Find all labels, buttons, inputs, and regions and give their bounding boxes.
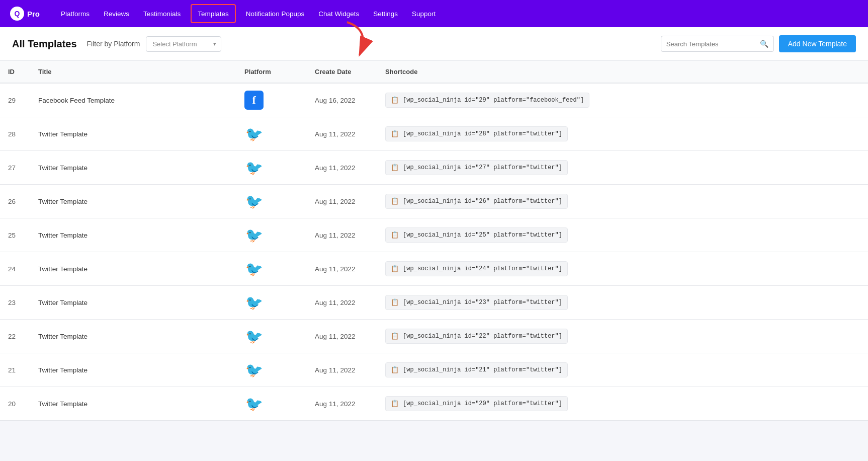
shortcode-wrapper[interactable]: 📋 [wp_social_ninja id="29" platform="fac… xyxy=(385,93,589,108)
col-id: ID xyxy=(0,61,30,83)
twitter-icon: 🐦 xyxy=(244,327,264,346)
nav-reviews[interactable]: Reviews xyxy=(97,0,136,27)
cell-shortcode: 📋 [wp_social_ninja id="26" platform="twi… xyxy=(377,185,868,218)
twitter-icon: 🐦 xyxy=(244,394,264,413)
shortcode-wrapper[interactable]: 📋 [wp_social_ninja id="23" platform="twi… xyxy=(385,295,568,310)
logo-icon: Q xyxy=(10,7,24,21)
cell-platform: 🐦 xyxy=(236,387,307,421)
table-body: 29Facebook Feed TemplatefAug 16, 2022 📋 … xyxy=(0,83,868,421)
cell-shortcode: 📋 [wp_social_ninja id="20" platform="twi… xyxy=(377,387,868,421)
twitter-icon: 🐦 xyxy=(244,259,264,278)
cell-platform: 🐦 xyxy=(236,320,307,353)
page-header: All Templates Filter by Platform Select … xyxy=(0,27,868,61)
cell-title: Twitter Template xyxy=(30,387,236,421)
cell-date: Aug 11, 2022 xyxy=(307,286,377,320)
cell-platform: 🐦 xyxy=(236,353,307,387)
copy-icon[interactable]: 📋 xyxy=(391,96,399,104)
cell-title: Twitter Template xyxy=(30,185,236,218)
col-platform: Platform xyxy=(236,61,307,83)
shortcode-wrapper[interactable]: 📋 [wp_social_ninja id="24" platform="twi… xyxy=(385,261,568,276)
shortcode-text: [wp_social_ninja id="23" platform="twitt… xyxy=(403,299,562,306)
cell-platform: 🐦 xyxy=(236,218,307,252)
cell-platform: 🐦 xyxy=(236,117,307,151)
cell-id: 23 xyxy=(0,286,30,320)
cell-date: Aug 11, 2022 xyxy=(307,151,377,185)
cell-id: 21 xyxy=(0,353,30,387)
twitter-icon: 🐦 xyxy=(244,225,264,245)
cell-shortcode: 📋 [wp_social_ninja id="21" platform="twi… xyxy=(377,353,868,387)
table-row: 24Twitter Template🐦Aug 11, 2022 📋 [wp_so… xyxy=(0,252,868,286)
nav-chat-widgets[interactable]: Chat Widgets xyxy=(311,0,366,27)
copy-icon[interactable]: 📋 xyxy=(391,366,399,374)
cell-date: Aug 11, 2022 xyxy=(307,252,377,286)
copy-icon[interactable]: 📋 xyxy=(391,298,399,306)
cell-shortcode: 📋 [wp_social_ninja id="22" platform="twi… xyxy=(377,320,868,353)
shortcode-wrapper[interactable]: 📋 [wp_social_ninja id="22" platform="twi… xyxy=(385,329,568,344)
nav-testimonials[interactable]: Testimonials xyxy=(136,0,188,27)
add-new-template-button[interactable]: Add New Template xyxy=(779,35,856,52)
shortcode-text: [wp_social_ninja id="25" platform="twitt… xyxy=(403,232,562,239)
logo[interactable]: Q Pro xyxy=(10,7,40,21)
table-row: 25Twitter Template🐦Aug 11, 2022 📋 [wp_so… xyxy=(0,218,868,252)
col-date: Create Date xyxy=(307,61,377,83)
cell-shortcode: 📋 [wp_social_ninja id="25" platform="twi… xyxy=(377,218,868,252)
cell-shortcode: 📋 [wp_social_ninja id="27" platform="twi… xyxy=(377,151,868,185)
shortcode-wrapper[interactable]: 📋 [wp_social_ninja id="25" platform="twi… xyxy=(385,227,568,243)
nav-notification-popups[interactable]: Notification Popups xyxy=(239,0,311,27)
col-title: Title xyxy=(30,61,236,83)
cell-date: Aug 11, 2022 xyxy=(307,320,377,353)
table-row: 20Twitter Template🐦Aug 11, 2022 📋 [wp_so… xyxy=(0,387,868,421)
cell-id: 20 xyxy=(0,387,30,421)
shortcode-wrapper[interactable]: 📋 [wp_social_ninja id="21" platform="twi… xyxy=(385,362,568,377)
search-icon: 🔍 xyxy=(760,40,768,48)
nav-settings[interactable]: Settings xyxy=(366,0,405,27)
cell-title: Twitter Template xyxy=(30,117,236,151)
table-container: ID Title Platform Create Date Shortcode … xyxy=(0,61,868,421)
cell-title: Facebook Feed Template xyxy=(30,83,236,117)
cell-platform: 🐦 xyxy=(236,252,307,286)
cell-id: 25 xyxy=(0,218,30,252)
header-right: 🔍 Add New Template xyxy=(661,35,856,52)
search-input[interactable] xyxy=(666,40,757,48)
copy-icon[interactable]: 📋 xyxy=(391,265,399,273)
cell-date: Aug 16, 2022 xyxy=(307,83,377,117)
nav-platforms[interactable]: Platforms xyxy=(54,0,97,27)
twitter-icon: 🐦 xyxy=(244,124,264,143)
cell-shortcode: 📋 [wp_social_ninja id="28" platform="twi… xyxy=(377,117,868,151)
twitter-icon: 🐦 xyxy=(244,293,264,312)
page-title: All Templates xyxy=(12,38,77,50)
copy-icon[interactable]: 📋 xyxy=(391,400,399,408)
shortcode-text: [wp_social_ninja id="22" platform="twitt… xyxy=(403,333,562,340)
cell-id: 27 xyxy=(0,151,30,185)
platform-select[interactable]: Select Platform xyxy=(146,36,221,52)
cell-platform: 🐦 xyxy=(236,286,307,320)
nav-templates[interactable]: Templates xyxy=(191,4,236,23)
cell-title: Twitter Template xyxy=(30,353,236,387)
platform-select-wrapper[interactable]: Select Platform ▾ xyxy=(146,36,221,52)
shortcode-text: [wp_social_ninja id="21" platform="twitt… xyxy=(403,366,562,373)
shortcode-wrapper[interactable]: 📋 [wp_social_ninja id="26" platform="twi… xyxy=(385,194,568,209)
cell-date: Aug 11, 2022 xyxy=(307,387,377,421)
copy-icon[interactable]: 📋 xyxy=(391,332,399,340)
shortcode-wrapper[interactable]: 📋 [wp_social_ninja id="27" platform="twi… xyxy=(385,160,568,175)
filter-label: Filter by Platform xyxy=(87,40,140,48)
table-row: 23Twitter Template🐦Aug 11, 2022 📋 [wp_so… xyxy=(0,286,868,320)
copy-icon[interactable]: 📋 xyxy=(391,231,399,239)
cell-shortcode: 📋 [wp_social_ninja id="24" platform="twi… xyxy=(377,252,868,286)
copy-icon[interactable]: 📋 xyxy=(391,197,399,205)
shortcode-text: [wp_social_ninja id="29" platform="faceb… xyxy=(403,97,584,104)
nav-support[interactable]: Support xyxy=(405,0,443,27)
cell-shortcode: 📋 [wp_social_ninja id="29" platform="fac… xyxy=(377,83,868,117)
twitter-icon: 🐦 xyxy=(244,192,264,211)
table-row: 22Twitter Template🐦Aug 11, 2022 📋 [wp_so… xyxy=(0,320,868,353)
shortcode-wrapper[interactable]: 📋 [wp_social_ninja id="28" platform="twi… xyxy=(385,126,568,141)
table-row: 28Twitter Template🐦Aug 11, 2022 📋 [wp_so… xyxy=(0,117,868,151)
copy-icon[interactable]: 📋 xyxy=(391,164,399,172)
shortcode-text: [wp_social_ninja id="24" platform="twitt… xyxy=(403,265,562,272)
cell-date: Aug 11, 2022 xyxy=(307,185,377,218)
col-shortcode: Shortcode xyxy=(377,61,868,83)
copy-icon[interactable]: 📋 xyxy=(391,130,399,138)
cell-title: Twitter Template xyxy=(30,252,236,286)
shortcode-wrapper[interactable]: 📋 [wp_social_ninja id="20" platform="twi… xyxy=(385,396,568,411)
search-box[interactable]: 🔍 xyxy=(661,36,774,52)
